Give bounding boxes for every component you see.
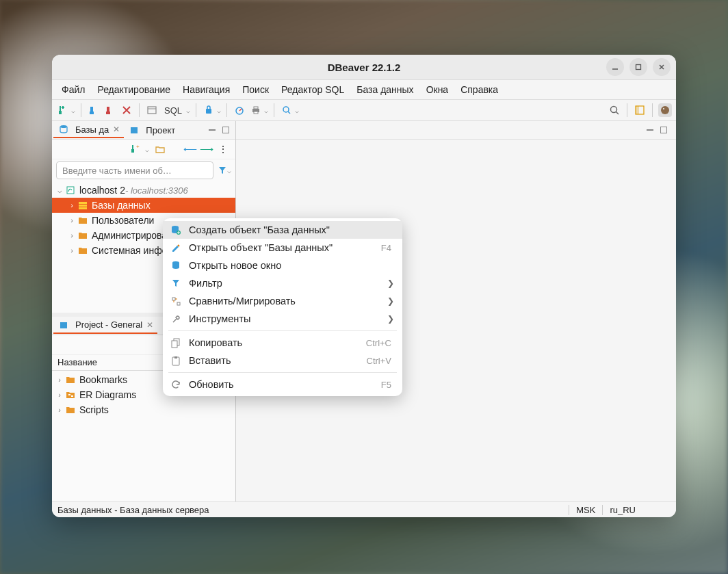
print-icon[interactable] [249, 103, 263, 117]
dashboard-icon[interactable] [233, 103, 246, 117]
chevron-right-icon[interactable]: › [55, 391, 64, 399]
ctx-filter[interactable]: Фильтр ❯ [163, 274, 402, 292]
tab-projects[interactable]: Проект [124, 122, 179, 138]
ctx-label: Фильтр [189, 278, 380, 289]
minimize-button[interactable] [606, 58, 624, 76]
menu-navigate[interactable]: Навигация [177, 83, 235, 96]
disconnect-icon[interactable] [103, 103, 117, 117]
new-connection-icon[interactable]: + [130, 144, 141, 155]
maximize-view-icon[interactable] [658, 125, 669, 135]
menu-windows[interactable]: Окна [421, 83, 454, 96]
perspective-icon[interactable] [633, 103, 647, 117]
chevron-right-icon[interactable]: › [67, 246, 77, 255]
toolbar: ⌵ SQL ⌵ ⌵ ⌵ ⌵ [52, 100, 676, 121]
status-locale[interactable]: ru_RU [602, 505, 642, 515]
chevron-down-icon: ⌵ [227, 167, 231, 174]
new-connection-icon[interactable] [56, 103, 70, 117]
ctx-compare-migrate[interactable]: Сравнить/Мигрировать ❯ [163, 292, 402, 310]
sql-label[interactable]: SQL [161, 105, 185, 116]
menu-edit[interactable]: Редактирование [92, 83, 176, 96]
close-tab-icon[interactable]: ✕ [146, 320, 153, 330]
chevron-right-icon[interactable]: › [55, 406, 64, 414]
menu-sql-editor[interactable]: Редактор SQL [276, 83, 350, 96]
chevron-down-icon[interactable]: ⌵ [186, 107, 190, 114]
ctx-create-object[interactable]: Создать объект "База данных" [163, 221, 402, 239]
sql-editor-icon[interactable] [145, 103, 159, 117]
chevron-down-icon[interactable]: ⌵ [264, 107, 268, 114]
ctx-refresh[interactable]: Обновить F5 [163, 376, 402, 393]
tree-databases-node[interactable]: › Базы данных [52, 198, 235, 213]
chevron-down-icon[interactable]: ⌵ [295, 107, 299, 114]
close-tab-icon[interactable]: ✕ [113, 125, 120, 134]
ctx-tools[interactable]: Инструменты ❯ [163, 310, 402, 328]
ctx-separator [168, 330, 397, 331]
ctx-open-new-window[interactable]: Открыть новое окно [163, 257, 402, 274]
chevron-right-icon[interactable]: › [55, 376, 64, 384]
statusbar: Базы данных - База данных сервера MSK ru… [52, 501, 676, 517]
refresh-icon [170, 378, 182, 391]
arrow-left-icon[interactable]: ⟵ [185, 144, 196, 155]
svg-rect-26 [223, 127, 229, 133]
svg-point-21 [661, 106, 669, 114]
maximize-button[interactable] [629, 58, 647, 76]
ctx-separator [168, 372, 397, 373]
chevron-right-icon[interactable]: › [67, 231, 77, 239]
search-row: Введите часть имени об… ⌵ [52, 159, 235, 181]
menu-file[interactable]: Файл [56, 83, 90, 96]
disconnect-all-icon[interactable] [120, 103, 133, 117]
ctx-copy[interactable]: Копировать Ctrl+C [163, 334, 402, 352]
node-label: Пользователи [92, 215, 154, 226]
chevron-down-icon[interactable]: ⌵ [145, 146, 149, 153]
chevron-down-icon[interactable]: ⌵ [55, 186, 64, 195]
folder-icon[interactable] [155, 144, 166, 155]
project-item-scripts[interactable]: › Scripts [52, 402, 235, 417]
magnifier-icon[interactable] [280, 103, 294, 117]
maximize-view-icon[interactable] [220, 125, 231, 135]
svg-rect-1 [636, 65, 641, 70]
ctx-paste[interactable]: Вставить Ctrl+V [163, 352, 402, 369]
filter-button[interactable]: ⌵ [218, 166, 231, 175]
commit-icon[interactable] [202, 103, 216, 117]
ctx-label: Копировать [189, 337, 359, 348]
menu-search[interactable]: Поиск [237, 83, 274, 96]
chevron-right-icon[interactable]: › [67, 216, 77, 224]
chevron-down-icon[interactable]: ⌵ [71, 107, 75, 114]
close-button[interactable] [653, 58, 671, 76]
search-icon[interactable] [608, 103, 621, 117]
tab-databases[interactable]: Базы да ✕ [53, 122, 124, 138]
chevron-right-icon[interactable]: › [67, 201, 77, 209]
dbeaver-logo-icon[interactable] [658, 103, 672, 117]
ctx-label: Инструменты [189, 313, 380, 324]
arrow-right-icon[interactable]: ⟶ [201, 144, 212, 155]
tab-project[interactable]: Project - General ✕ [53, 317, 157, 334]
database-icon [57, 123, 70, 135]
svg-rect-44 [177, 302, 180, 305]
svg-line-18 [616, 112, 619, 115]
tree-connection-node[interactable]: ⌵ localhost 2 - localhost:3306 [52, 183, 235, 198]
svg-rect-33 [60, 322, 67, 328]
proj-folder-icon [64, 389, 77, 401]
ctx-open-object[interactable]: Открыть объект "Базы данных" F4 [163, 239, 402, 257]
toolbar-separator [196, 103, 196, 117]
toolbar-separator [274, 103, 274, 117]
status-timezone[interactable]: MSK [569, 505, 602, 515]
menu-database[interactable]: База данных [351, 83, 419, 96]
svg-point-17 [611, 107, 617, 113]
proj-folder-icon [64, 374, 77, 386]
tab-label: Project - General [75, 319, 142, 330]
minimize-view-icon[interactable] [645, 125, 655, 135]
edit-icon [170, 242, 182, 254]
view-menu-icon[interactable]: ⋮ [218, 144, 229, 155]
menu-help[interactable]: Справка [455, 83, 504, 96]
chevron-down-icon[interactable]: ⌵ [217, 107, 221, 114]
tools-icon [170, 313, 182, 325]
search-input[interactable]: Введите часть имени об… [56, 161, 213, 179]
svg-rect-7 [148, 107, 156, 114]
minimize-view-icon[interactable] [207, 125, 218, 135]
db-navigator-tabstrip: Базы да ✕ Проект [52, 121, 235, 140]
ctx-label: Сравнить/Мигрировать [189, 296, 380, 306]
svg-rect-25 [209, 129, 216, 131]
node-label: ER Diagrams [79, 389, 136, 400]
svg-rect-37 [71, 395, 73, 397]
connect-icon[interactable] [87, 103, 101, 117]
